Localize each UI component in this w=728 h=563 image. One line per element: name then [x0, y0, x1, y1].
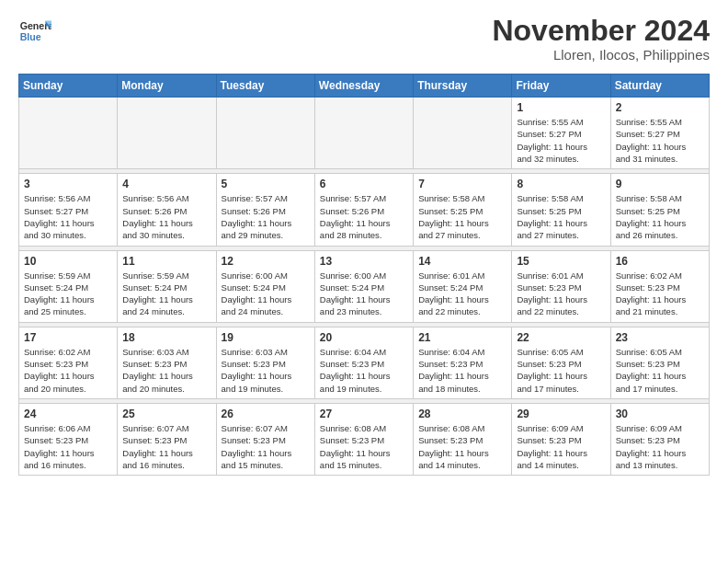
day-number: 22: [517, 331, 605, 344]
day-info: Sunrise: 6:08 AMSunset: 5:23 PMDaylight:…: [320, 422, 408, 471]
calendar-cell: 16Sunrise: 6:02 AMSunset: 5:23 PMDayligh…: [610, 250, 709, 322]
day-info: Sunrise: 6:07 AMSunset: 5:23 PMDaylight:…: [122, 422, 210, 471]
logo: General Blue: [18, 15, 51, 48]
day-number: 24: [24, 408, 112, 420]
day-info: Sunrise: 6:08 AMSunset: 5:23 PMDaylight:…: [418, 422, 506, 471]
calendar-header-sunday: Sunday: [19, 75, 118, 98]
location: Lloren, Ilocos, Philippines: [492, 47, 710, 63]
calendar-cell: 13Sunrise: 6:00 AMSunset: 5:24 PMDayligh…: [314, 250, 413, 322]
calendar-cell: 23Sunrise: 6:05 AMSunset: 5:23 PMDayligh…: [610, 327, 709, 398]
day-info: Sunrise: 6:00 AMSunset: 5:24 PMDaylight:…: [320, 270, 408, 318]
day-info: Sunrise: 5:59 AMSunset: 5:24 PMDaylight:…: [122, 270, 210, 318]
calendar-cell: 29Sunrise: 6:09 AMSunset: 5:23 PMDayligh…: [512, 403, 610, 475]
calendar-cell: 9Sunrise: 5:58 AMSunset: 5:25 PMDaylight…: [610, 174, 709, 246]
calendar-week-1: 1Sunrise: 5:55 AMSunset: 5:27 PMDaylight…: [19, 98, 710, 169]
calendar-header-tuesday: Tuesday: [216, 75, 314, 98]
day-info: Sunrise: 6:01 AMSunset: 5:23 PMDaylight:…: [517, 270, 605, 318]
calendar-cell: 15Sunrise: 6:01 AMSunset: 5:23 PMDayligh…: [512, 250, 610, 322]
day-info: Sunrise: 6:05 AMSunset: 5:23 PMDaylight:…: [517, 346, 605, 395]
day-number: 15: [517, 255, 605, 268]
logo-icon: General Blue: [18, 15, 51, 48]
day-number: 12: [222, 255, 310, 268]
day-number: 23: [616, 331, 704, 344]
calendar-week-4: 17Sunrise: 6:02 AMSunset: 5:23 PMDayligh…: [19, 327, 710, 398]
calendar-header-thursday: Thursday: [414, 75, 512, 98]
day-number: 17: [24, 331, 112, 344]
day-number: 6: [320, 178, 408, 190]
day-number: 29: [517, 408, 605, 420]
day-number: 1: [517, 101, 605, 114]
day-info: Sunrise: 6:09 AMSunset: 5:23 PMDaylight:…: [616, 422, 704, 471]
day-number: 18: [122, 331, 210, 344]
day-info: Sunrise: 6:03 AMSunset: 5:23 PMDaylight:…: [122, 346, 210, 395]
day-info: Sunrise: 6:05 AMSunset: 5:23 PMDaylight:…: [616, 346, 704, 395]
day-info: Sunrise: 6:00 AMSunset: 5:24 PMDaylight:…: [222, 270, 310, 318]
calendar-cell: 26Sunrise: 6:07 AMSunset: 5:23 PMDayligh…: [216, 403, 314, 475]
calendar-cell: [118, 98, 216, 169]
header: General Blue November 2024 Lloren, Iloco…: [18, 15, 710, 63]
day-info: Sunrise: 5:58 AMSunset: 5:25 PMDaylight:…: [418, 192, 506, 241]
day-info: Sunrise: 6:04 AMSunset: 5:23 PMDaylight:…: [418, 346, 506, 395]
calendar-cell: [414, 98, 512, 169]
day-info: Sunrise: 6:06 AMSunset: 5:23 PMDaylight:…: [24, 422, 112, 471]
calendar-cell: 11Sunrise: 5:59 AMSunset: 5:24 PMDayligh…: [118, 250, 216, 322]
title-block: November 2024 Lloren, Ilocos, Philippine…: [492, 15, 710, 63]
day-number: 28: [418, 408, 506, 420]
day-number: 27: [320, 408, 408, 420]
day-number: 25: [122, 408, 210, 420]
calendar-cell: 28Sunrise: 6:08 AMSunset: 5:23 PMDayligh…: [414, 403, 512, 475]
day-number: 21: [418, 331, 506, 344]
day-number: 5: [222, 178, 310, 190]
calendar-header-wednesday: Wednesday: [314, 75, 413, 98]
calendar-cell: [216, 98, 314, 169]
day-number: 13: [320, 255, 408, 268]
day-info: Sunrise: 5:56 AMSunset: 5:26 PMDaylight:…: [122, 192, 210, 241]
day-number: 19: [222, 331, 310, 344]
calendar-cell: 7Sunrise: 5:58 AMSunset: 5:25 PMDaylight…: [414, 174, 512, 246]
day-number: 20: [320, 331, 408, 344]
day-info: Sunrise: 5:57 AMSunset: 5:26 PMDaylight:…: [320, 192, 408, 241]
day-number: 26: [222, 408, 310, 420]
page: General Blue November 2024 Lloren, Iloco…: [0, 0, 728, 490]
calendar-cell: 14Sunrise: 6:01 AMSunset: 5:24 PMDayligh…: [414, 250, 512, 322]
day-number: 14: [418, 255, 506, 268]
calendar-cell: 3Sunrise: 5:56 AMSunset: 5:27 PMDaylight…: [19, 174, 118, 246]
day-number: 30: [616, 408, 704, 420]
day-info: Sunrise: 5:59 AMSunset: 5:24 PMDaylight:…: [24, 270, 112, 318]
calendar-week-2: 3Sunrise: 5:56 AMSunset: 5:27 PMDaylight…: [19, 174, 710, 246]
day-info: Sunrise: 6:02 AMSunset: 5:23 PMDaylight:…: [616, 270, 704, 318]
day-number: 10: [24, 255, 112, 268]
calendar-cell: 18Sunrise: 6:03 AMSunset: 5:23 PMDayligh…: [118, 327, 216, 398]
calendar-cell: 24Sunrise: 6:06 AMSunset: 5:23 PMDayligh…: [19, 403, 118, 475]
day-number: 7: [418, 178, 506, 190]
calendar-table: SundayMondayTuesdayWednesdayThursdayFrid…: [18, 74, 710, 476]
day-info: Sunrise: 6:02 AMSunset: 5:23 PMDaylight:…: [24, 346, 112, 395]
day-info: Sunrise: 6:03 AMSunset: 5:23 PMDaylight:…: [222, 346, 310, 395]
calendar-cell: 20Sunrise: 6:04 AMSunset: 5:23 PMDayligh…: [314, 327, 413, 398]
calendar-cell: 10Sunrise: 5:59 AMSunset: 5:24 PMDayligh…: [19, 250, 118, 322]
day-number: 11: [122, 255, 210, 268]
day-info: Sunrise: 6:04 AMSunset: 5:23 PMDaylight:…: [320, 346, 408, 395]
calendar-cell: 27Sunrise: 6:08 AMSunset: 5:23 PMDayligh…: [314, 403, 413, 475]
calendar-cell: 6Sunrise: 5:57 AMSunset: 5:26 PMDaylight…: [314, 174, 413, 246]
day-number: 4: [122, 178, 210, 190]
calendar-cell: 25Sunrise: 6:07 AMSunset: 5:23 PMDayligh…: [118, 403, 216, 475]
calendar-cell: 5Sunrise: 5:57 AMSunset: 5:26 PMDaylight…: [216, 174, 314, 246]
calendar-cell: 2Sunrise: 5:55 AMSunset: 5:27 PMDaylight…: [610, 98, 709, 169]
calendar-cell: 17Sunrise: 6:02 AMSunset: 5:23 PMDayligh…: [19, 327, 118, 398]
day-info: Sunrise: 5:56 AMSunset: 5:27 PMDaylight:…: [24, 192, 112, 241]
calendar-cell: 12Sunrise: 6:00 AMSunset: 5:24 PMDayligh…: [216, 250, 314, 322]
day-info: Sunrise: 6:07 AMSunset: 5:23 PMDaylight:…: [222, 422, 310, 471]
day-info: Sunrise: 5:55 AMSunset: 5:27 PMDaylight:…: [517, 116, 605, 165]
calendar-cell: [19, 98, 118, 169]
calendar-header-monday: Monday: [118, 75, 216, 98]
day-info: Sunrise: 6:01 AMSunset: 5:24 PMDaylight:…: [418, 270, 506, 318]
day-info: Sunrise: 5:58 AMSunset: 5:25 PMDaylight:…: [616, 192, 704, 241]
day-info: Sunrise: 5:58 AMSunset: 5:25 PMDaylight:…: [517, 192, 605, 241]
calendar-header-row: SundayMondayTuesdayWednesdayThursdayFrid…: [19, 75, 710, 98]
day-info: Sunrise: 5:57 AMSunset: 5:26 PMDaylight:…: [222, 192, 310, 241]
day-number: 9: [616, 178, 704, 190]
calendar-cell: [314, 98, 413, 169]
calendar-cell: 30Sunrise: 6:09 AMSunset: 5:23 PMDayligh…: [610, 403, 709, 475]
month-title: November 2024: [492, 15, 710, 47]
